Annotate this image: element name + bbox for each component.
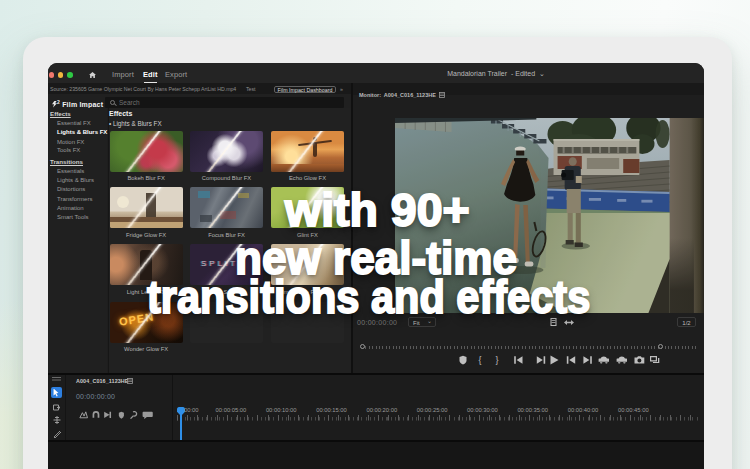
svg-text:{: { [478, 355, 481, 365]
svg-text:}: } [495, 355, 498, 365]
